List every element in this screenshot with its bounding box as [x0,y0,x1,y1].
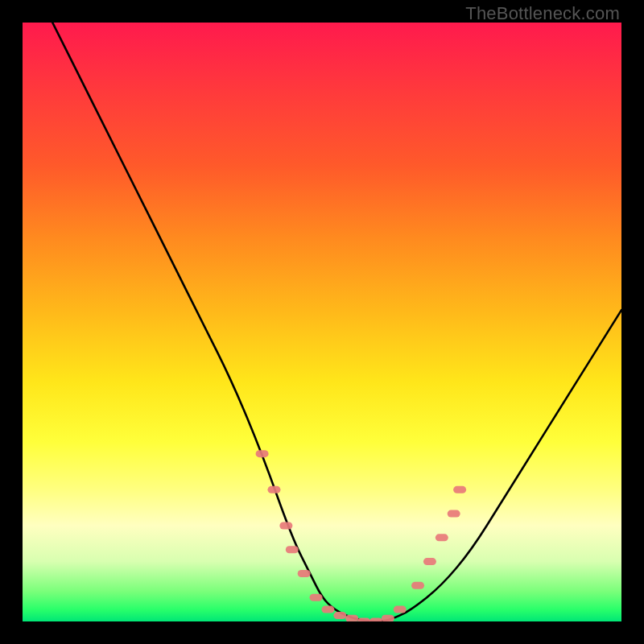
marker [298,570,311,577]
marker [256,450,269,457]
curve-svg [23,23,621,621]
marker [310,594,323,601]
marker [321,606,334,613]
marker [453,486,466,493]
marker [394,606,407,613]
plot-area [23,23,621,621]
marker [369,618,382,622]
chart-container: TheBottleneck.com [0,0,644,644]
marker [267,486,280,493]
curve-line [52,23,621,621]
bottleneck-curve [52,23,621,621]
marker [279,522,292,529]
watermark-text: TheBottleneck.com [465,3,620,24]
marker [436,534,448,541]
curve-markers [256,450,467,621]
marker [423,558,436,565]
marker [448,510,460,518]
marker [345,615,358,621]
marker [357,618,370,622]
marker [333,612,346,619]
marker [411,582,424,589]
marker [382,615,394,621]
marker [286,546,299,553]
